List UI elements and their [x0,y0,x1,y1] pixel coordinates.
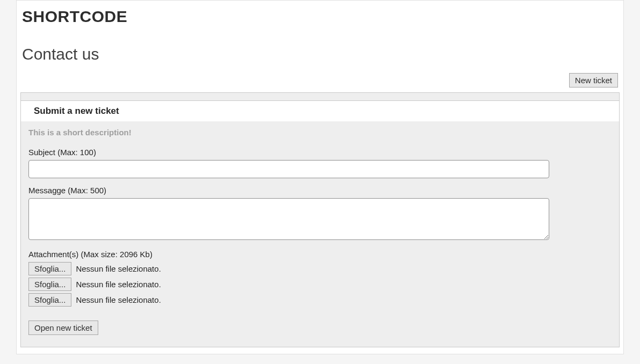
form-header: Submit a new ticket [21,100,619,121]
new-ticket-button[interactable]: New ticket [569,73,618,88]
file-browse-button-2[interactable]: Sfoglia... [28,278,71,291]
ticket-form-box: Submit a new ticket This is a short desc… [20,92,620,347]
contact-heading: Contact us [17,45,623,63]
attachments-label: Attachment(s) (Max size: 2096 Kb) [28,250,612,259]
open-new-ticket-button[interactable]: Open new ticket [28,321,98,335]
file-browse-button-1[interactable]: Sfoglia... [28,262,71,275]
message-textarea[interactable] [28,198,549,240]
file-status-3: Nessun file selezionato. [76,295,161,304]
file-status-1: Nessun file selezionato. [76,264,161,273]
file-status-2: Nessun file selezionato. [76,280,161,289]
file-browse-button-3[interactable]: Sfoglia... [28,293,71,307]
main-panel: SHORTCODE Contact us New ticket Submit a… [16,0,624,354]
subject-label: Subject (Max: 100) [28,148,612,157]
form-short-description: This is a short description! [28,128,612,137]
message-label: Messagge (Max: 500) [28,186,612,195]
file-row-1: Sfoglia... Nessun file selezionato. [28,262,612,275]
file-row-3: Sfoglia... Nessun file selezionato. [28,293,612,307]
file-row-2: Sfoglia... Nessun file selezionato. [28,278,612,291]
shortcode-heading: SHORTCODE [17,5,623,26]
subject-input[interactable] [28,160,549,178]
